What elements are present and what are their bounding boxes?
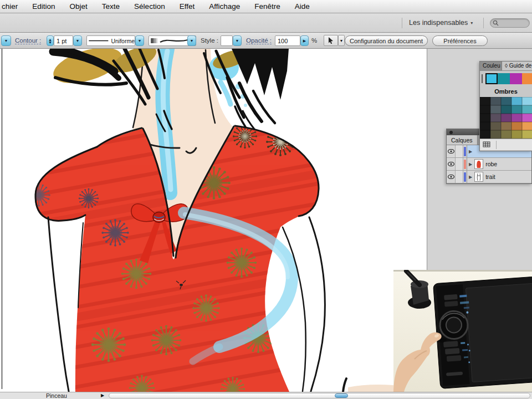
variable-width-profile[interactable]: Uniforme bbox=[86, 35, 135, 46]
expand-triangle-icon[interactable]: ▶ bbox=[469, 175, 472, 180]
brush-gradient-icon bbox=[150, 37, 158, 44]
opacity-link[interactable]: Opacité : bbox=[246, 37, 272, 44]
opacity-field[interactable]: 100 bbox=[275, 35, 300, 46]
shades-grid bbox=[480, 97, 532, 139]
color-swatch[interactable] bbox=[511, 114, 522, 122]
menu-fenetre[interactable]: Fenêtre bbox=[247, 0, 288, 13]
color-swatch[interactable] bbox=[522, 114, 532, 122]
preferences-button[interactable]: Préférences bbox=[432, 35, 488, 46]
menu-objet[interactable]: Objet bbox=[63, 0, 95, 13]
workspace-switcher[interactable]: Les indispensables▾ bbox=[409, 19, 473, 27]
isolate-dropdown[interactable]: ▼ bbox=[338, 35, 345, 46]
color-swatch[interactable] bbox=[501, 130, 511, 139]
fill-stroke-dropdown[interactable]: ▼ bbox=[1, 35, 11, 46]
color-swatch[interactable] bbox=[501, 122, 511, 130]
color-swatch[interactable] bbox=[480, 97, 490, 105]
lock-toggle[interactable] bbox=[456, 145, 463, 157]
layer-color-bar bbox=[463, 171, 467, 183]
menu-selection[interactable]: Sélection bbox=[127, 0, 172, 13]
menu-edition[interactable]: Edition bbox=[25, 0, 62, 13]
color-swatch[interactable] bbox=[501, 97, 511, 105]
style-dropdown[interactable]: ▼ bbox=[233, 35, 242, 46]
color-swatch[interactable] bbox=[480, 122, 490, 130]
color-swatch[interactable] bbox=[490, 105, 501, 114]
color-swatch[interactable] bbox=[511, 97, 522, 105]
horizontal-scrollbar[interactable] bbox=[109, 393, 530, 398]
color-swatch[interactable] bbox=[480, 114, 490, 122]
color-swatch[interactable] bbox=[490, 130, 501, 139]
divider bbox=[483, 18, 484, 28]
color-swatch[interactable] bbox=[511, 105, 522, 114]
control-bar: ▼ Contour : ▲▼ 1 pt ▼ Uniforme ▼ ▼ Style… bbox=[0, 33, 532, 49]
scrollbar-thumb[interactable] bbox=[335, 393, 348, 398]
chevron-down-icon: ▾ bbox=[470, 21, 473, 25]
search-input[interactable] bbox=[490, 18, 530, 28]
tablet-video-overlay bbox=[393, 270, 532, 392]
status-flyout-icon[interactable]: ▶ bbox=[101, 393, 104, 398]
layer-row-trait[interactable]: ▶ trait bbox=[447, 171, 531, 183]
expand-triangle-icon[interactable]: ▶ bbox=[469, 162, 472, 167]
menu-texte[interactable]: Texte bbox=[95, 0, 127, 13]
stroke-width-dropdown[interactable]: ▼ bbox=[73, 35, 82, 46]
search-icon bbox=[493, 20, 499, 26]
color-swatch[interactable] bbox=[501, 114, 511, 122]
color-swatch[interactable] bbox=[522, 122, 532, 130]
lock-toggle[interactable] bbox=[456, 158, 463, 170]
visibility-toggle[interactable] bbox=[447, 158, 456, 170]
profile-label: Uniforme bbox=[111, 38, 135, 44]
color-swatch[interactable] bbox=[511, 130, 522, 139]
layer-row-content[interactable]: ▶ robe bbox=[467, 158, 531, 170]
color-swatch[interactable] bbox=[490, 97, 501, 105]
color-swatch[interactable] bbox=[510, 73, 522, 84]
current-tool-label[interactable]: Pinceau bbox=[46, 392, 67, 399]
color-swatch[interactable] bbox=[522, 105, 532, 114]
color-swatch[interactable] bbox=[480, 105, 490, 114]
application-bar: Les indispensables▾ bbox=[0, 13, 532, 33]
menu-bar: chier Edition Objet Texte Sélection Effe… bbox=[0, 0, 532, 13]
layer-row-content[interactable]: ▶ trait bbox=[467, 171, 531, 183]
color-swatch[interactable] bbox=[498, 73, 510, 84]
expand-triangle-icon[interactable]: ▶ bbox=[469, 149, 472, 154]
color-swatch[interactable] bbox=[522, 73, 532, 84]
harmony-colors bbox=[485, 73, 532, 84]
tab-couleurs[interactable]: Couleu bbox=[480, 62, 502, 70]
harmony-row bbox=[480, 71, 532, 86]
layer-row-robe[interactable]: ▶ robe bbox=[447, 158, 531, 171]
current-color-swatch[interactable] bbox=[482, 74, 483, 83]
eye-icon bbox=[448, 162, 454, 166]
limit-color-group-icon[interactable] bbox=[483, 141, 491, 148]
tab-guide-des-couleurs[interactable]: ◊ Guide de bbox=[502, 62, 532, 70]
color-swatch[interactable] bbox=[501, 105, 511, 114]
color-guide-panel: Couleu ◊ Guide de Ombres bbox=[479, 61, 532, 151]
color-swatch[interactable] bbox=[490, 114, 501, 122]
profile-dropdown[interactable]: ▼ bbox=[135, 35, 144, 46]
menu-aide[interactable]: Aide bbox=[288, 0, 317, 13]
document-workarea: Couleu ◊ Guide de Ombres bbox=[0, 49, 532, 392]
artboard-canvas[interactable] bbox=[0, 49, 427, 392]
isolate-selection-button[interactable] bbox=[324, 35, 338, 46]
opacity-dropdown[interactable]: ▶ bbox=[300, 35, 309, 46]
color-swatch[interactable] bbox=[522, 130, 532, 139]
style-field[interactable] bbox=[221, 35, 233, 46]
stroke-width-field[interactable]: 1 pt bbox=[54, 35, 73, 46]
layer-thumbnail bbox=[474, 172, 483, 182]
color-swatch[interactable] bbox=[522, 97, 532, 105]
color-swatch[interactable] bbox=[511, 122, 522, 130]
contour-link[interactable]: Contour : bbox=[15, 37, 41, 44]
lock-toggle[interactable] bbox=[456, 171, 463, 183]
stroke-width-stepper[interactable]: ▲▼ bbox=[47, 35, 54, 46]
color-swatch[interactable] bbox=[485, 73, 498, 84]
color-swatch[interactable] bbox=[490, 122, 501, 130]
menu-fichier[interactable]: chier bbox=[0, 0, 25, 13]
tab-guide-label: Guide de bbox=[509, 63, 532, 69]
brush-dropdown[interactable]: ▼ bbox=[187, 35, 196, 46]
visibility-toggle[interactable] bbox=[447, 145, 456, 157]
tab-calques[interactable]: Calques bbox=[447, 135, 478, 145]
visibility-toggle[interactable] bbox=[447, 171, 456, 183]
color-swatch[interactable] bbox=[480, 130, 490, 139]
wacom-tablet bbox=[433, 275, 532, 388]
close-icon[interactable] bbox=[449, 131, 453, 134]
menu-effet[interactable]: Effet bbox=[172, 0, 202, 13]
menu-affichage[interactable]: Affichage bbox=[202, 0, 247, 13]
document-setup-button[interactable]: Configuration du document bbox=[345, 35, 428, 46]
